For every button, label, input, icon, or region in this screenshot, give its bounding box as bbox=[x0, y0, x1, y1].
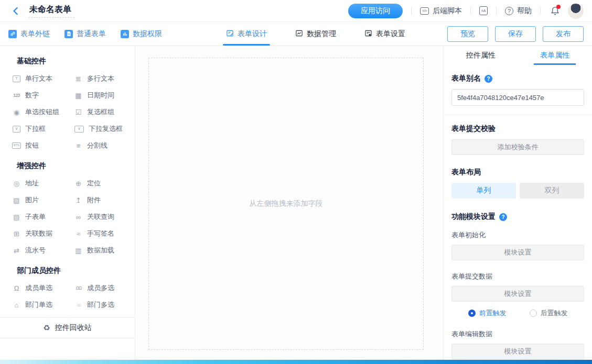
data-manage-icon bbox=[295, 29, 303, 39]
control-label: 数字 bbox=[25, 91, 39, 100]
attachment-icon: ↥ bbox=[73, 197, 83, 204]
toolbar: 表单外链 普通表单 数据权限 表单设计 bbox=[0, 22, 592, 46]
normal-form-button[interactable]: 普通表单 bbox=[64, 29, 106, 39]
form-edit-module-button[interactable]: 模块设置 bbox=[451, 344, 584, 359]
tab-control-properties[interactable]: 控件属性 bbox=[444, 46, 518, 65]
form-submit-label: 表单提交数据 bbox=[451, 272, 584, 281]
drop-zone[interactable]: 从左侧拖拽来添加字段 bbox=[148, 58, 424, 350]
tab-form-design-label: 表单设计 bbox=[238, 29, 267, 39]
form-init-module-button[interactable]: 模块设置 bbox=[451, 245, 584, 260]
control-item-link-data[interactable]: ⊞关联数据 bbox=[12, 225, 73, 242]
control-item-radio-group[interactable]: ◉单选按钮组 bbox=[12, 104, 73, 120]
control-item-checkbox-group[interactable]: ☑复选框组 bbox=[73, 104, 135, 120]
app-access-button[interactable]: 应用访问 bbox=[348, 4, 403, 18]
tab-form-properties[interactable]: 表单属性 bbox=[518, 46, 592, 65]
divider bbox=[470, 7, 471, 15]
tab-form-settings[interactable]: 表单设置 bbox=[361, 22, 408, 46]
help-label: 帮助 bbox=[517, 6, 532, 16]
multi-dropdown-icon: ∨ bbox=[74, 126, 84, 133]
add-validation-button[interactable]: 添加校验条件 bbox=[451, 139, 584, 155]
control-item-dept-single[interactable]: ⌂部门单选 bbox=[12, 296, 73, 313]
form-alias-label: 表单别名 bbox=[451, 74, 481, 83]
notification-dot bbox=[556, 5, 561, 9]
back-icon[interactable] bbox=[9, 5, 22, 17]
layout-double-column-button[interactable]: 双列 bbox=[520, 183, 584, 198]
control-item-image[interactable]: ▧图片 bbox=[12, 192, 73, 208]
layout-single-column-button[interactable]: 单列 bbox=[451, 183, 516, 198]
control-item-address[interactable]: ◎地址 bbox=[12, 175, 73, 192]
control-item-multi-dropdown[interactable]: ∨下拉复选框 bbox=[73, 120, 135, 137]
divider bbox=[444, 115, 592, 115]
section-title-enhanced-controls: 增强控件 bbox=[0, 154, 135, 175]
help-badge-icon[interactable]: ? bbox=[499, 213, 507, 221]
member-multi-icon: ΩΩ bbox=[73, 286, 83, 291]
form-validation-label: 表单提交校验 bbox=[451, 124, 496, 134]
form-submit-module-button[interactable]: 模块设置 bbox=[451, 286, 584, 302]
signature-icon: ≈ bbox=[73, 230, 83, 237]
control-item-link-query[interactable]: ∞关联查询 bbox=[73, 208, 135, 225]
serial-number-icon: ⇄ bbox=[12, 247, 21, 254]
control-label: 按钮 bbox=[25, 141, 39, 150]
control-item-serial-number[interactable]: ⇄流水号 bbox=[12, 242, 73, 259]
backend-script-label: 后端脚本 bbox=[433, 6, 462, 16]
dropdown-icon: ∨ bbox=[13, 126, 20, 133]
form-external-link-button[interactable]: 表单外链 bbox=[8, 29, 50, 39]
radio-unselected-icon bbox=[530, 310, 537, 317]
api-docs-icon[interactable]: ≡A bbox=[479, 6, 488, 15]
control-recycle-bin-button[interactable]: ♻ 控件回收站 bbox=[0, 317, 135, 338]
tab-form-design[interactable]: 表单设计 bbox=[223, 22, 270, 46]
form-title[interactable]: 未命名表单 bbox=[28, 4, 74, 18]
backend-script-button[interactable]: </> 后端脚本 bbox=[420, 6, 462, 16]
form-settings-icon bbox=[364, 29, 372, 39]
main-tabs: 表单设计 数据管理 表单设置 bbox=[223, 22, 430, 46]
checkbox-group-icon: ☑ bbox=[73, 109, 83, 116]
help-button[interactable]: ? 帮助 bbox=[505, 6, 532, 16]
control-label: 子表单 bbox=[25, 212, 46, 222]
control-item-datetime[interactable]: ▦日期时间 bbox=[73, 87, 135, 104]
data-permission-button[interactable]: 数据权限 bbox=[121, 29, 162, 39]
control-item-member-single[interactable]: Ω成员单选 bbox=[12, 280, 73, 296]
section-title-dept-member-controls: 部门成员控件 bbox=[0, 259, 135, 280]
link-data-icon: ⊞ bbox=[12, 230, 21, 237]
multi-line-text-icon: ≣ bbox=[73, 75, 83, 82]
drop-zone-placeholder: 从左侧拖拽来添加字段 bbox=[250, 199, 323, 208]
control-item-button[interactable]: BTN按钮 bbox=[12, 137, 73, 154]
control-label: 成员多选 bbox=[87, 283, 114, 293]
radio-group-icon: ◉ bbox=[12, 109, 21, 116]
control-label: 复选框组 bbox=[87, 107, 114, 117]
control-item-single-line-text[interactable]: T单行文本 bbox=[12, 70, 73, 87]
pre-trigger-radio[interactable]: 前置触发 bbox=[468, 308, 507, 318]
control-item-location[interactable]: ⊕定位 bbox=[73, 175, 135, 192]
control-label: 多行文本 bbox=[87, 74, 114, 83]
control-item-divider-line[interactable]: ≡分割线 bbox=[73, 137, 135, 154]
control-item-multi-line-text[interactable]: ≣多行文本 bbox=[73, 70, 135, 87]
control-item-member-multi[interactable]: ΩΩ成员多选 bbox=[73, 280, 135, 296]
form-edit-label: 表单编辑数据 bbox=[451, 329, 584, 339]
control-label: 关联数据 bbox=[25, 229, 52, 238]
control-item-dropdown[interactable]: ∨下拉框 bbox=[12, 120, 73, 137]
control-item-number[interactable]: 123数字 bbox=[12, 87, 73, 104]
recycle-icon: ♻ bbox=[43, 323, 50, 333]
notification-bell-icon[interactable] bbox=[549, 5, 561, 17]
tab-data-manage[interactable]: 数据管理 bbox=[292, 22, 339, 46]
control-label: 单选按钮组 bbox=[25, 107, 59, 117]
control-item-attachment[interactable]: ↥附件 bbox=[73, 192, 135, 208]
location-icon: ⊕ bbox=[73, 180, 83, 187]
document-icon bbox=[64, 30, 73, 38]
publish-button[interactable]: 发布 bbox=[543, 26, 584, 42]
control-item-subform[interactable]: ▤子表单 bbox=[12, 208, 73, 225]
user-avatar[interactable] bbox=[568, 3, 584, 19]
data-load-icon: ▥ bbox=[73, 247, 83, 254]
preview-button[interactable]: 预览 bbox=[447, 26, 488, 42]
control-item-signature[interactable]: ≈手写签名 bbox=[73, 225, 135, 242]
form-alias-input[interactable] bbox=[451, 89, 584, 106]
save-button[interactable]: 保存 bbox=[495, 26, 536, 42]
post-trigger-radio[interactable]: 后置触发 bbox=[530, 308, 568, 318]
control-label: 关联查询 bbox=[87, 212, 114, 222]
control-item-dept-multi[interactable]: ⌂⌂部门多选 bbox=[73, 296, 135, 313]
help-badge-icon[interactable]: ? bbox=[485, 75, 492, 83]
properties-panel: 控件属性 表单属性 表单别名 ? 表单提交校验 添加校验条件 表单布局 单列 双… bbox=[443, 46, 592, 364]
control-label: 地址 bbox=[25, 179, 39, 188]
dept-single-icon: ⌂ bbox=[12, 302, 21, 308]
control-item-data-load[interactable]: ▥数据加载 bbox=[73, 242, 135, 259]
